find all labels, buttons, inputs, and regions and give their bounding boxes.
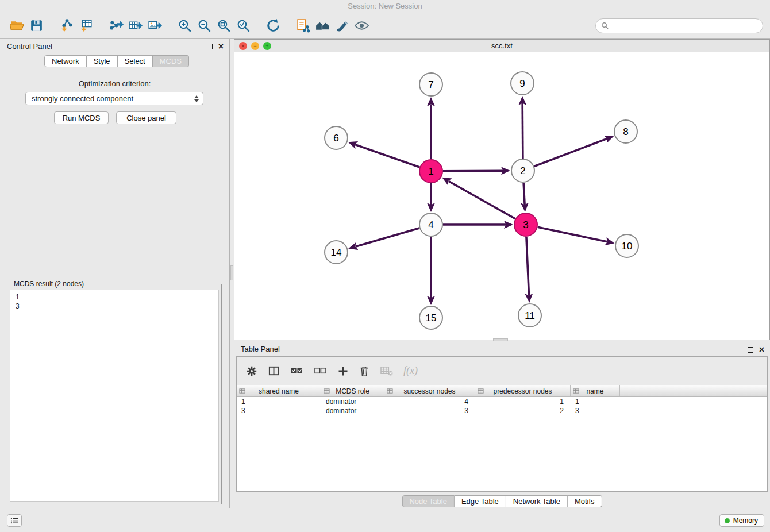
tab-motifs[interactable]: Motifs xyxy=(568,495,602,507)
select-all-columns-button[interactable] xyxy=(290,363,303,379)
criterion-select[interactable]: strongly connected component xyxy=(25,92,203,105)
cell-successor-nodes[interactable]: 4 xyxy=(384,397,475,406)
window-maximize-button[interactable]: + xyxy=(263,42,271,50)
graph-edge-3-10[interactable] xyxy=(538,227,607,242)
unselect-all-columns-button[interactable] xyxy=(314,363,327,379)
import-table-icon xyxy=(78,18,94,33)
column-header-mcds-role[interactable]: MCDS role xyxy=(321,385,384,396)
table-header-row: shared name MCDS role successor nodes pr… xyxy=(237,385,767,397)
graph-edge-2-3[interactable] xyxy=(523,183,525,205)
graph-edge-2-9[interactable] xyxy=(522,103,523,159)
cell-predecessor-nodes[interactable]: 1 xyxy=(475,397,571,406)
graph-edge-1-2[interactable] xyxy=(443,171,503,171)
graph-edge-4-14[interactable] xyxy=(356,228,419,246)
export-table-button[interactable] xyxy=(125,16,145,36)
column-header-predecessor-nodes[interactable]: predecessor nodes xyxy=(475,385,571,396)
zoom-in-button[interactable] xyxy=(175,16,194,36)
float-table-panel-icon[interactable] xyxy=(748,347,753,353)
column-header-name[interactable]: name xyxy=(571,385,620,396)
network-window-title: scc.txt xyxy=(491,41,513,50)
add-column-button[interactable] xyxy=(337,363,349,379)
graph-edge-1-6[interactable] xyxy=(355,145,419,167)
horizontal-splitter-handle[interactable] xyxy=(493,338,508,341)
column-header-shared-name[interactable]: shared name xyxy=(237,385,321,396)
first-neighbors-button[interactable] xyxy=(313,16,332,36)
table-settings-button[interactable] xyxy=(246,363,257,379)
delete-columns-button[interactable] xyxy=(359,363,369,379)
cell-shared-name[interactable]: 1 xyxy=(237,397,321,406)
column-grid-icon xyxy=(573,388,579,394)
open-session-button[interactable] xyxy=(7,16,26,36)
graph-node-label-11: 11 xyxy=(525,310,535,321)
save-icon xyxy=(29,18,44,33)
zoom-fit-button[interactable] xyxy=(214,16,233,36)
network-canvas[interactable]: 7968124314101511 xyxy=(234,52,769,340)
import-table-button[interactable] xyxy=(76,16,95,36)
cell-name[interactable]: 1 xyxy=(571,397,620,406)
graph-edge-3-11[interactable] xyxy=(526,237,529,295)
zoom-out-button[interactable] xyxy=(194,16,214,36)
cell-name[interactable]: 3 xyxy=(571,406,620,415)
tab-node-table[interactable]: Node Table xyxy=(402,495,455,507)
tab-network[interactable]: Network xyxy=(44,55,87,67)
column-header-successor-nodes[interactable]: successor nodes xyxy=(384,385,475,396)
memory-button[interactable]: Memory xyxy=(719,514,764,527)
toolbar-search-field xyxy=(595,18,763,33)
close-panel-button[interactable]: Close panel xyxy=(116,111,176,124)
window-close-button[interactable]: × xyxy=(239,42,247,50)
style-brush-button[interactable] xyxy=(332,16,352,36)
first-neighbors-houses-icon xyxy=(315,18,330,33)
refresh-icon xyxy=(265,18,281,33)
run-mcds-button[interactable]: Run MCDS xyxy=(54,111,109,124)
fx-icon: f(x) xyxy=(403,365,418,377)
tab-style[interactable]: Style xyxy=(87,55,118,67)
refresh-button[interactable] xyxy=(263,16,283,36)
cell-mcds-role[interactable]: dominator xyxy=(321,406,384,415)
column-grid-icon xyxy=(239,388,245,394)
delete-table-button[interactable] xyxy=(380,363,393,379)
export-network-button[interactable] xyxy=(106,16,125,36)
cell-successor-nodes[interactable]: 3 xyxy=(384,406,475,415)
cell-shared-name[interactable]: 3 xyxy=(237,406,321,415)
show-hide-button[interactable] xyxy=(352,16,371,36)
cell-mcds-role[interactable]: dominator xyxy=(321,397,384,406)
zoom-selected-button[interactable] xyxy=(233,16,253,36)
close-table-panel-icon[interactable]: × xyxy=(759,347,764,353)
zoom-out-icon xyxy=(197,18,212,33)
gear-icon xyxy=(246,365,257,377)
mcds-result-list[interactable]: 1 3 xyxy=(10,290,219,502)
import-network-button[interactable] xyxy=(56,16,76,36)
graph-edge-2-8[interactable] xyxy=(534,138,607,166)
tab-edge-table[interactable]: Edge Table xyxy=(455,495,506,507)
table-toolbar: f(x) xyxy=(237,357,767,385)
show-columns-button[interactable] xyxy=(268,363,280,379)
graph-node-label-2: 2 xyxy=(520,165,525,176)
save-session-button[interactable] xyxy=(26,16,46,36)
export-image-button[interactable] xyxy=(145,16,164,36)
table-row[interactable]: 3 dominator 3 2 3 xyxy=(237,406,767,415)
graph-node-label-1: 1 xyxy=(428,166,433,177)
tab-select[interactable]: Select xyxy=(118,55,153,67)
import-network-icon xyxy=(59,18,74,33)
graph-node-label-3: 3 xyxy=(523,219,528,230)
task-history-button[interactable] xyxy=(7,514,22,527)
float-panel-icon[interactable] xyxy=(207,44,213,49)
column-grid-icon xyxy=(387,388,393,394)
export-table-icon xyxy=(128,18,143,33)
function-builder-button[interactable]: f(x) xyxy=(403,363,418,379)
tab-mcds[interactable]: MCDS xyxy=(153,55,189,67)
graph-node-label-8: 8 xyxy=(623,126,628,137)
graph-node-label-4: 4 xyxy=(428,219,433,230)
window-minimize-button[interactable]: − xyxy=(251,42,259,50)
new-network-from-selection-button[interactable] xyxy=(293,16,313,36)
vertical-splitter-handle[interactable] xyxy=(230,265,233,280)
search-icon xyxy=(601,22,609,29)
tab-network-table[interactable]: Network Table xyxy=(506,495,568,507)
combo-arrows-icon xyxy=(194,95,199,102)
close-panel-icon[interactable]: × xyxy=(218,44,224,49)
list-icon xyxy=(10,517,19,525)
table-row[interactable]: 1 dominator 4 1 1 xyxy=(237,397,767,406)
cell-predecessor-nodes[interactable]: 2 xyxy=(475,406,571,415)
search-input[interactable] xyxy=(611,21,757,30)
graph-edge-3-1[interactable] xyxy=(449,181,515,219)
